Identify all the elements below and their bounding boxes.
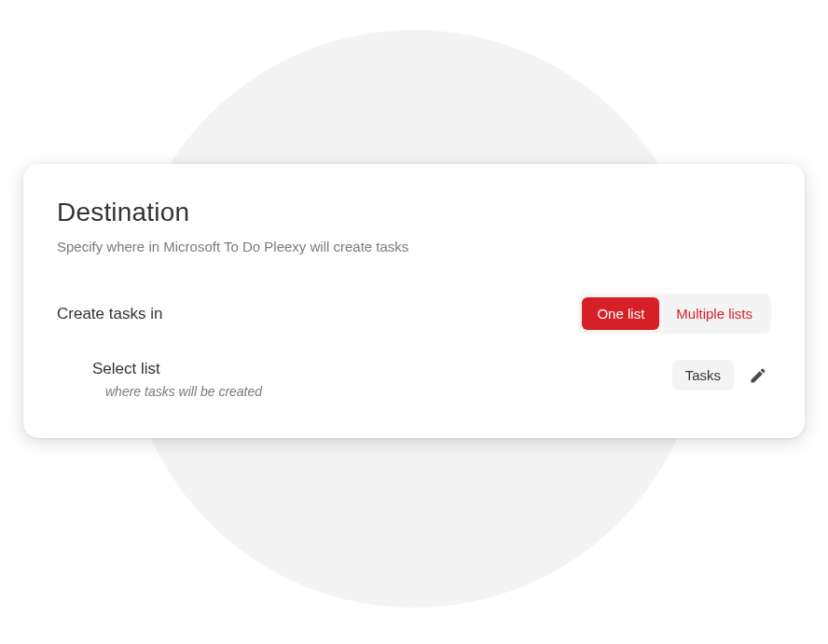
card-subtitle: Specify where in Microsoft To Do Pleexy … bbox=[57, 239, 771, 254]
list-mode-toggle: One list Multiple lists bbox=[578, 294, 771, 334]
select-list-row: Select list where tasks will be created … bbox=[57, 360, 771, 399]
select-list-hint: where tasks will be created bbox=[92, 384, 262, 399]
multiple-lists-button[interactable]: Multiple lists bbox=[661, 297, 767, 330]
card-title: Destination bbox=[57, 198, 771, 227]
destination-card: Destination Specify where in Microsoft T… bbox=[23, 164, 805, 438]
selected-list-chip: Tasks bbox=[672, 360, 734, 391]
select-list-right: Tasks bbox=[672, 360, 771, 391]
pencil-icon bbox=[749, 366, 767, 385]
edit-list-button[interactable] bbox=[745, 363, 771, 389]
create-tasks-label: Create tasks in bbox=[57, 305, 162, 323]
select-list-label: Select list bbox=[92, 360, 262, 378]
select-list-left: Select list where tasks will be created bbox=[92, 360, 262, 399]
one-list-button[interactable]: One list bbox=[582, 297, 659, 330]
create-tasks-row: Create tasks in One list Multiple lists bbox=[57, 294, 771, 334]
